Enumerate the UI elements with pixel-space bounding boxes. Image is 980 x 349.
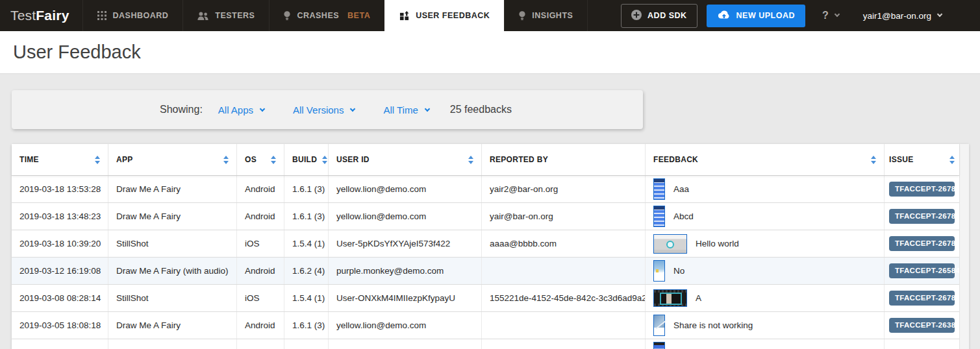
cell-build: 1.6.1 (3) bbox=[284, 203, 329, 230]
nav-item-crashes[interactable]: CRASHES BETA bbox=[269, 0, 384, 31]
testfairy-logo[interactable]: TestFairy bbox=[0, 0, 82, 31]
cell-os: Android bbox=[237, 203, 284, 230]
column-header-os[interactable]: OS bbox=[237, 144, 284, 175]
cell-feedback: Aaa bbox=[646, 176, 885, 202]
sort-icon[interactable] bbox=[271, 156, 276, 164]
feedback-text: Abcd bbox=[673, 211, 694, 221]
feedback-thumbnail[interactable] bbox=[653, 178, 665, 200]
cell-app: Draw Me A Fairy bbox=[108, 176, 237, 202]
table-row[interactable]: 2019-03-18 13:53:28 Draw Me A Fairy Andr… bbox=[12, 175, 959, 202]
chevron-down-icon bbox=[937, 12, 942, 17]
cell-feedback bbox=[646, 339, 885, 349]
cell-issue: TFACCEPT-26584 bbox=[885, 258, 959, 284]
sort-up-arrow-icon bbox=[223, 156, 229, 159]
cell-os bbox=[237, 339, 284, 349]
nav-right: ADD SDK NEW UPLOAD ? yair1@bar-on.org bbox=[621, 0, 980, 31]
feedback-thumbnail[interactable] bbox=[653, 260, 665, 282]
feedback-thumbnail[interactable] bbox=[653, 234, 687, 254]
sort-icon[interactable] bbox=[468, 156, 473, 164]
filter-all-apps[interactable]: All Apps bbox=[218, 104, 264, 115]
column-header-build[interactable]: BUILD bbox=[284, 144, 329, 175]
logo-text: Test bbox=[10, 8, 36, 23]
sort-icon[interactable] bbox=[949, 156, 955, 164]
cell-app bbox=[108, 339, 237, 349]
nav-item-user-feedback[interactable]: USER FEEDBACK bbox=[384, 0, 504, 31]
cell-feedback: Share is not working bbox=[646, 312, 885, 339]
issue-badge[interactable]: TFACCEPT-26786 bbox=[889, 291, 955, 306]
column-header-user-id[interactable]: USER ID bbox=[329, 144, 482, 175]
cell-issue: TFACCEPT-26781 bbox=[885, 203, 959, 230]
column-header-issue[interactable]: ISSUE bbox=[885, 144, 959, 175]
sort-icon[interactable] bbox=[871, 156, 876, 164]
table-row[interactable]: 2019-03-08 08:28:14 StillShot iOS 1.5.4 … bbox=[12, 284, 959, 311]
nav-item-testers[interactable]: TESTERS bbox=[182, 0, 269, 31]
nav-item-insights[interactable]: INSIGHTS bbox=[504, 0, 588, 31]
new-upload-button[interactable]: NEW UPLOAD bbox=[707, 5, 805, 27]
cell-issue: TFACCEPT-26786 bbox=[885, 285, 959, 311]
sort-icon[interactable] bbox=[223, 156, 229, 164]
cell-time: 2019-03-18 10:39:20 bbox=[12, 230, 108, 257]
filter-all-time[interactable]: All Time bbox=[383, 104, 429, 115]
issue-badge[interactable]: TFACCEPT-26781 bbox=[889, 209, 955, 224]
cell-os: Android bbox=[237, 312, 284, 339]
cell-user-id: User-ONXkM4IMIIezpKfypayU bbox=[329, 285, 482, 311]
filter-all-versions[interactable]: All Versions bbox=[293, 104, 355, 115]
sort-icon[interactable] bbox=[95, 156, 100, 164]
account-email: yair1@bar-on.org bbox=[863, 11, 931, 21]
cell-build: 1.6.2 (4) bbox=[284, 258, 329, 284]
issue-badge[interactable]: TFACCEPT-26784 bbox=[889, 236, 955, 251]
feedback-text: Hello world bbox=[696, 239, 739, 248]
sort-icon[interactable] bbox=[322, 156, 327, 164]
cell-user-id: User-5pKDsYfXYAjeI573f422 bbox=[329, 230, 482, 257]
table-header-row: TIME APP OS BUILD USER ID bbox=[12, 144, 959, 175]
feedback-text: A bbox=[696, 293, 701, 303]
feedback-thumbnail[interactable] bbox=[653, 206, 665, 227]
insights-bulb-icon bbox=[519, 11, 525, 21]
issue-badge[interactable]: TFACCEPT-26785 bbox=[889, 182, 955, 197]
cell-app: StillShot bbox=[108, 285, 237, 311]
sort-down-arrow-icon bbox=[322, 161, 327, 164]
account-menu[interactable]: yair1@bar-on.org bbox=[853, 0, 952, 31]
cell-reported-by bbox=[482, 258, 646, 284]
column-header-time[interactable]: TIME bbox=[12, 144, 108, 175]
cell-build bbox=[284, 339, 329, 349]
feedback-thumbnail[interactable] bbox=[653, 342, 665, 349]
plus-circle-icon bbox=[631, 10, 642, 22]
table-row[interactable] bbox=[12, 339, 959, 349]
table-scrollbar[interactable] bbox=[959, 144, 969, 349]
help-menu[interactable]: ? bbox=[805, 10, 852, 21]
table-row[interactable]: 2019-03-18 10:39:20 StillShot iOS 1.5.4 … bbox=[12, 230, 959, 257]
cell-feedback: Hello world bbox=[646, 230, 885, 257]
sort-down-arrow-icon bbox=[223, 161, 229, 164]
user-feedback-widgets-icon bbox=[399, 11, 409, 21]
crashes-bulb-icon bbox=[284, 11, 290, 21]
chevron-down-icon bbox=[425, 106, 430, 112]
feedback-table: TIME APP OS BUILD USER ID bbox=[12, 144, 969, 349]
cell-build: 1.6.1 (3) bbox=[284, 176, 329, 202]
sort-up-arrow-icon bbox=[949, 156, 955, 159]
cell-user-id: purple.monkey@demo.com bbox=[329, 258, 482, 284]
cell-app: Draw Me A Fairy bbox=[108, 203, 237, 230]
showing-label: Showing: bbox=[160, 104, 203, 115]
sort-down-arrow-icon bbox=[95, 161, 100, 164]
cell-app: StillShot bbox=[108, 230, 237, 257]
nav-item-dashboard[interactable]: DASHBOARD bbox=[82, 0, 183, 31]
sort-up-arrow-icon bbox=[322, 156, 327, 159]
issue-badge[interactable]: TFACCEPT-26384 bbox=[889, 318, 955, 333]
cell-time: 2019-03-12 16:19:08 bbox=[12, 258, 108, 284]
table-row[interactable]: 2019-03-18 13:48:23 Draw Me A Fairy Andr… bbox=[12, 202, 959, 230]
sort-up-arrow-icon bbox=[871, 156, 876, 159]
cell-time: 2019-03-08 08:28:14 bbox=[12, 285, 108, 311]
cloud-upload-icon bbox=[717, 10, 731, 21]
cell-reported-by: 155221de-4152-45de-842c-3c3d6ad9a263 bbox=[482, 285, 646, 311]
column-header-feedback[interactable]: FEEDBACK bbox=[646, 144, 885, 175]
table-row[interactable]: 2019-03-12 16:19:08 Draw Me A Fairy (wit… bbox=[12, 257, 959, 284]
issue-badge[interactable]: TFACCEPT-26584 bbox=[889, 263, 955, 278]
feedback-thumbnail[interactable] bbox=[653, 315, 665, 336]
add-sdk-button[interactable]: ADD SDK bbox=[621, 4, 697, 28]
column-header-app[interactable]: APP bbox=[108, 144, 237, 175]
feedback-thumbnail[interactable] bbox=[653, 289, 687, 307]
cell-reported-by: aaaa@bbbb.com bbox=[482, 230, 646, 257]
table-row[interactable]: 2019-03-05 18:08:18 Draw Me A Fairy Andr… bbox=[12, 311, 959, 339]
cell-user-id: yellow.lion@demo.com bbox=[329, 312, 482, 339]
